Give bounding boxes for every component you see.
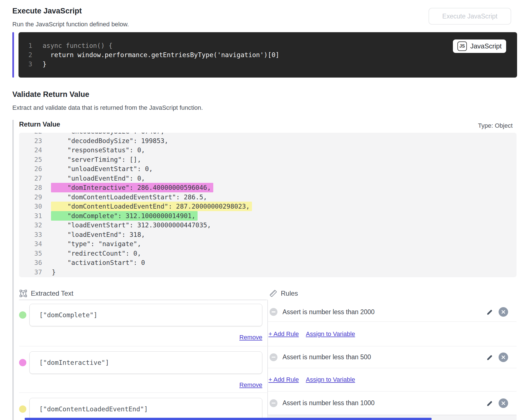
json-line: 36 "activationStart": 0	[19, 258, 517, 268]
text-selection-icon	[19, 289, 27, 298]
code-line: 2 return window.performance.getEntriesBy…	[18, 50, 517, 60]
extracted-text-header: Extracted Text	[19, 288, 73, 298]
code-editor-lines: 1async function() {2 return window.perfo…	[18, 41, 517, 69]
json-line: 37}	[19, 268, 517, 277]
remove-link[interactable]: Remove	[239, 381, 262, 388]
rule-groups: Assert is number less than 2000+ Add Rul…	[268, 302, 517, 415]
json-line: 29 "domContentLoadedEventStart": 286.5,	[19, 193, 517, 202]
bottom-accent-bar	[25, 418, 432, 420]
line-number: 26	[19, 164, 42, 174]
return-value-lines: 22 "encodedBodySize": 87467,23 "decodedB…	[19, 133, 517, 277]
assign-variable-link[interactable]: Assign to Variable	[306, 330, 355, 338]
rule-assert-label: Assert is number less than 500	[283, 353, 486, 361]
code-line: 3}	[18, 60, 517, 69]
extracted-item: ["domComplete"]Remove	[19, 302, 267, 346]
extracted-text-value: ["domComplete"]	[39, 311, 98, 319]
line-number: 36	[19, 258, 42, 268]
json-text: "domContentLoadedEventEnd": 287.20000000…	[52, 202, 252, 211]
extracted-text-label: Extracted Text	[31, 290, 73, 297]
json-line: 34 "type": "navigate",	[19, 239, 517, 249]
json-line: 23 "decodedBodySize": 199853,	[19, 136, 517, 146]
minus-circle-icon	[270, 308, 277, 316]
json-line: 24 "responseStatus": 0,	[19, 146, 517, 155]
edit-rule-button[interactable]	[486, 308, 494, 316]
line-number: 25	[19, 155, 42, 165]
rules-column: Assert is number less than 2000+ Add Rul…	[268, 302, 517, 420]
json-line: 35 "redirectCount": 0,	[19, 249, 517, 258]
json-line: 31 "domComplete": 312.1000000014901,	[19, 211, 517, 221]
js-icon: JS	[457, 41, 467, 51]
extracted-text-value: ["domInteractive"]	[39, 359, 109, 366]
execute-javascript-step-page: Execute JavaScript Run the JavaScript fu…	[0, 0, 521, 420]
json-line: 22 "encodedBodySize": 87467,	[19, 133, 517, 136]
delete-rule-button[interactable]	[499, 353, 508, 362]
json-line: 28 "domInteractive": 286.40000000596046,	[19, 183, 517, 193]
code-text: return window.performance.getEntriesByTy…	[43, 50, 279, 60]
json-line: 30 "domContentLoadedEventEnd": 287.20000…	[19, 202, 517, 211]
minus-circle-icon	[270, 399, 277, 407]
line-number: 32	[19, 221, 42, 230]
return-value-viewer[interactable]: 22 "encodedBodySize": 87467,23 "decodedB…	[19, 133, 517, 277]
rule-assert-label: Assert is number less than 2000	[283, 308, 486, 316]
highlighted-pink-value: "domInteractive": 286.40000000596046,	[51, 183, 213, 192]
rule-group: Assert is number less than 1000	[268, 391, 517, 415]
edit-rule-button[interactable]	[486, 400, 494, 407]
json-line: 33 "loadEventEnd": 318,	[19, 230, 517, 240]
add-rule-link[interactable]: + Add Rule	[268, 330, 299, 338]
color-dot	[19, 405, 26, 413]
json-text: "loadEventStart": 312.30000000447035,	[52, 221, 211, 230]
javascript-code-editor[interactable]: 1async function() {2 return window.perfo…	[18, 32, 517, 78]
rule-group: Assert is number less than 500+ Add Rule…	[268, 346, 517, 391]
validate-section-subtitle: Extract and validate data that is return…	[12, 104, 203, 111]
line-number: 23	[19, 136, 42, 146]
line-number: 34	[19, 239, 42, 249]
json-text: "serverTiming": [],	[52, 155, 141, 165]
extracted-text-input[interactable]: ["domContentLoadedEventEnd"]	[29, 398, 262, 420]
json-text: "domContentLoadedEventStart": 286.5,	[52, 193, 207, 202]
language-badge: JS JavaScript	[453, 39, 506, 53]
code-text: async function() {	[43, 41, 112, 50]
edit-rule-button[interactable]	[486, 354, 494, 361]
highlighted-yellow-value: "domContentLoadedEventEnd": 287.20000000…	[51, 202, 252, 211]
line-number: 24	[19, 146, 42, 155]
json-text: "redirectCount": 0,	[52, 249, 141, 258]
color-dot	[19, 359, 26, 366]
delete-rule-button[interactable]	[499, 398, 508, 408]
json-line: 26 "unloadEventStart": 0,	[19, 164, 517, 174]
editor-accent-bar	[12, 32, 14, 78]
line-number: 29	[19, 193, 42, 202]
line-number: 33	[19, 230, 42, 240]
json-text: "decodedBodySize": 199853,	[52, 136, 168, 146]
json-text: }	[52, 268, 56, 277]
json-text: "type": "navigate",	[52, 239, 141, 249]
line-number: 3	[18, 60, 32, 69]
rule-row: Assert is number less than 2000	[268, 302, 517, 322]
page-subtitle: Run the JavaScript function defined belo…	[12, 21, 129, 28]
remove-link[interactable]: Remove	[239, 334, 262, 341]
extracted-text-input[interactable]: ["domComplete"]	[29, 304, 262, 326]
extracted-text-input[interactable]: ["domInteractive"]	[29, 351, 262, 374]
ruler-icon	[269, 289, 277, 298]
line-number: 2	[18, 50, 32, 60]
assign-variable-link[interactable]: Assign to Variable	[306, 376, 355, 383]
execute-javascript-button[interactable]: Execute JavaScript	[429, 8, 511, 25]
line-number: 1	[18, 41, 32, 50]
return-value-type: Type: Object	[478, 122, 513, 129]
page-title: Execute JavaScript	[12, 7, 82, 15]
color-dot	[19, 311, 26, 319]
json-text: "domComplete": 312.1000000014901,	[52, 211, 198, 221]
json-line: 32 "loadEventStart": 312.30000000447035,	[19, 221, 517, 230]
line-number: 31	[19, 211, 42, 221]
delete-rule-button[interactable]	[499, 307, 508, 317]
line-number: 22	[19, 133, 42, 136]
rule-assert-label: Assert is number less than 1000	[283, 399, 486, 407]
code-text: }	[43, 60, 47, 69]
rule-row: Assert is number less than 1000	[268, 391, 517, 415]
add-rule-link[interactable]: + Add Rule	[268, 376, 299, 383]
extracted-text-value: ["domContentLoadedEventEnd"]	[39, 405, 148, 413]
rules-header: Rules	[269, 288, 298, 298]
language-badge-label: JavaScript	[470, 42, 502, 50]
highlighted-green-value: "domComplete": 312.1000000014901,	[51, 211, 198, 221]
return-value-label: Return Value	[19, 120, 60, 128]
extracted-text-column: ["domComplete"]Remove["domInteractive"]R…	[19, 302, 267, 420]
